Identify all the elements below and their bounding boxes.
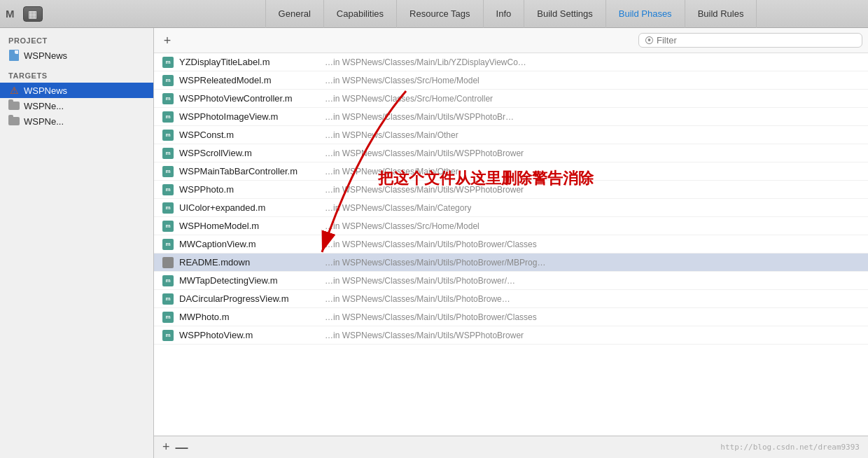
file-row[interactable]: mYZDisplayTitleLabel.m…in WSPNews/Classe… xyxy=(154,53,868,71)
main-area: PROJECT WSPNews TARGETS ⚠ WSPNews WSPNe.… xyxy=(0,28,868,458)
file-type-badge: m xyxy=(162,202,174,214)
file-name: YZDisplayTitleLabel.m xyxy=(179,57,319,67)
tab-general[interactable]: General xyxy=(265,0,324,28)
file-path: …in WSPNews/Classes/Main/Category xyxy=(325,203,471,213)
file-name: WSPScrollView.m xyxy=(179,148,319,158)
file-name: README.mdown xyxy=(179,257,319,268)
file-type-badge: m xyxy=(162,184,174,195)
bottom-add-button[interactable]: + xyxy=(162,440,170,454)
file-path: …in WSPNews/Classes/Src/Home/Controller xyxy=(325,94,493,104)
targets-section-header: TARGETS xyxy=(0,69,153,83)
file-row[interactable]: mWSPPhoto.m…in WSPNews/Classes/Main/Util… xyxy=(154,181,868,199)
content-area: + ⦿ mYZDisplayTitleLabel.m…in WSPNews/Cl… xyxy=(154,28,868,458)
filter-icon: ⦿ xyxy=(645,35,654,46)
file-name: UIColor+expanded.m xyxy=(179,202,319,213)
content-toolbar: + ⦿ xyxy=(154,28,868,53)
file-path: …in WSPNews/Classes/Main/Utils/WSPPhotoB… xyxy=(325,148,524,158)
file-type-badge: m xyxy=(162,239,174,250)
file-row[interactable]: mWSPScrollView.m…in WSPNews/Classes/Main… xyxy=(154,144,868,162)
file-name: WSPPhoto.m xyxy=(179,184,319,195)
sidebar-item-target-wspne-2[interactable]: WSPNe... xyxy=(0,113,153,129)
file-path: …in WSPNews/Classes/Main/Other xyxy=(325,167,458,176)
file-type-badge: m xyxy=(162,312,174,323)
filter-box: ⦿ xyxy=(638,33,862,48)
file-row[interactable]: mMWTapDetectingView.m…in WSPNews/Classes… xyxy=(154,272,868,290)
file-name: WSPConst.m xyxy=(179,130,319,140)
file-row[interactable]: mMWPhoto.m…in WSPNews/Classes/Main/Utils… xyxy=(154,308,868,326)
file-path: …in WSPNews/Classes/Main/Utils/PhotoBrow… xyxy=(325,240,537,249)
sidebar-toggle-icon: ▦ xyxy=(28,8,37,20)
file-name: MWCaptionView.m xyxy=(179,239,319,249)
file-name: WSPPhotoViewController.m xyxy=(179,93,319,104)
tab-resource-tags[interactable]: Resource Tags xyxy=(397,0,483,28)
sidebar-item-wspnews-project[interactable]: WSPNews xyxy=(0,48,153,63)
file-row[interactable]: mWSPMainTabBarController.m…in WSPNews/Cl… xyxy=(154,162,868,181)
file-type-badge: m xyxy=(162,275,174,286)
sidebar-toggle-button[interactable]: ▦ xyxy=(23,6,43,22)
file-row[interactable]: mWSPReleatedModel.m…in WSPNews/Classes/S… xyxy=(154,71,868,90)
file-type-badge: m xyxy=(162,221,174,232)
file-row[interactable]: mWSPConst.m…in WSPNews/Classes/Main/Othe… xyxy=(154,126,868,144)
folder-icon-1 xyxy=(8,100,20,111)
file-path: …in WSPNews/Classes/Main/Utils/PhotoBrow… xyxy=(325,294,510,304)
file-row[interactable]: mMWCaptionView.m…in WSPNews/Classes/Main… xyxy=(154,235,868,254)
file-type-badge: m xyxy=(162,148,174,159)
sidebar-item-target-wspne-1[interactable]: WSPNe... xyxy=(0,98,153,113)
tab-build-rules[interactable]: Build Rules xyxy=(685,0,757,28)
sidebar-project-label: WSPNews xyxy=(24,50,67,61)
file-path: …in WSPNews/Classes/Src/Home/Model xyxy=(325,76,479,85)
file-type-badge: m xyxy=(162,111,174,123)
file-type-badge: m xyxy=(162,293,174,305)
file-row[interactable]: mWSPPhotoImageView.m…in WSPNews/Classes/… xyxy=(154,108,868,126)
file-type-badge: m xyxy=(162,330,174,341)
file-type-badge: m xyxy=(162,166,174,177)
filter-input[interactable] xyxy=(657,35,856,46)
file-path: …in WSPNews/Classes/Main/Utils/WSPPhotoB… xyxy=(325,185,524,195)
file-path: …in WSPNews/Classes/Main/Utils/WSPPhotoB… xyxy=(325,112,514,122)
file-name: MWPhoto.m xyxy=(179,312,319,322)
file-row[interactable]: README.mdown…in WSPNews/Classes/Main/Uti… xyxy=(154,254,868,272)
file-path: …in WSPNews/Classes/Main/Utils/WSPPhotoB… xyxy=(325,331,524,340)
file-type-badge: m xyxy=(162,93,174,104)
file-path: …in WSPNews/Classes/Main/Utils/PhotoBrow… xyxy=(325,258,545,268)
tab-capabilities[interactable]: Capabilities xyxy=(324,0,397,28)
file-path: …in WSPNews/Classes/Main/Other xyxy=(325,130,458,140)
m-label: M xyxy=(6,8,15,20)
file-type-badge: m xyxy=(162,57,174,68)
file-name: WSPHomeModel.m xyxy=(179,221,319,231)
project-section-header: PROJECT xyxy=(0,34,153,48)
file-list: mYZDisplayTitleLabel.m…in WSPNews/Classe… xyxy=(154,53,868,436)
tab-build-phases[interactable]: Build Phases xyxy=(606,0,685,28)
file-row[interactable]: mDACircularProgressView.m…in WSPNews/Cla… xyxy=(154,290,868,308)
file-name: WSPReleatedModel.m xyxy=(179,75,319,85)
file-row[interactable]: mWSPHomeModel.m…in WSPNews/Classes/Src/H… xyxy=(154,217,868,235)
tab-build-settings[interactable]: Build Settings xyxy=(524,0,606,28)
sidebar-target-label-1: WSPNe... xyxy=(24,101,64,111)
sidebar-target-label: WSPNews xyxy=(24,85,67,96)
bottom-bar: + — http://blog.csdn.net/dream9393 xyxy=(154,436,868,458)
file-path: …in WSPNews/Classes/Src/Home/Model xyxy=(325,221,479,231)
file-name: DACircularProgressView.m xyxy=(179,293,319,304)
file-name: WSPMainTabBarController.m xyxy=(179,166,319,176)
tab-info[interactable]: Info xyxy=(484,0,525,28)
bottom-remove-button[interactable]: — xyxy=(176,441,188,454)
file-path: …in WSPNews/Classes/Main/Utils/PhotoBrow… xyxy=(325,312,537,322)
file-row[interactable]: mWSPPhotoView.m…in WSPNews/Classes/Main/… xyxy=(154,326,868,345)
folder-icon-2 xyxy=(8,116,20,127)
file-type-badge: m xyxy=(162,75,174,86)
toolbar-left: M ▦ xyxy=(0,6,154,22)
credit-text: http://blog.csdn.net/dream9393 xyxy=(720,443,860,452)
tab-bar: General Capabilities Resource Tags Info … xyxy=(154,0,868,28)
toolbar: M ▦ General Capabilities Resource Tags I… xyxy=(0,0,868,28)
sidebar-item-target-wspnews[interactable]: ⚠ WSPNews xyxy=(0,83,153,98)
file-type-badge xyxy=(162,257,174,268)
add-file-button[interactable]: + xyxy=(160,33,175,48)
file-row[interactable]: mUIColor+expanded.m…in WSPNews/Classes/M… xyxy=(154,199,868,217)
file-path: …in WSPNews/Classes/Main/Lib/YZDisplayVi… xyxy=(325,57,526,67)
file-type-badge: m xyxy=(162,130,174,141)
file-name: WSPPhotoView.m xyxy=(179,330,319,340)
sidebar: PROJECT WSPNews TARGETS ⚠ WSPNews WSPNe.… xyxy=(0,28,154,458)
file-name: MWTapDetectingView.m xyxy=(179,275,319,286)
file-row[interactable]: mWSPPhotoViewController.m…in WSPNews/Cla… xyxy=(154,90,868,108)
sidebar-target-label-2: WSPNe... xyxy=(24,116,64,127)
